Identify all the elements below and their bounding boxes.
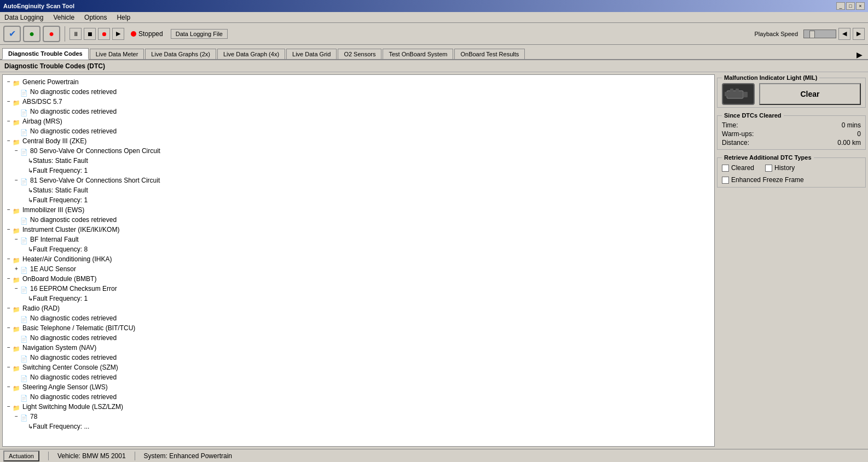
- tree-row[interactable]: − 📁 Switching Center Console (SZM): [5, 362, 712, 372]
- expand-icon[interactable]: −: [5, 382, 13, 392]
- expand-icon[interactable]: −: [5, 97, 13, 107]
- retrieve-history[interactable]: History: [765, 163, 795, 173]
- expand-icon[interactable]: −: [5, 343, 13, 353]
- expand-icon[interactable]: −: [5, 77, 13, 87]
- minimize-button[interactable]: _: [836, 2, 845, 10]
- tab-onboard-results[interactable]: OnBoard Test Results: [454, 49, 525, 59]
- retrieve-cleared[interactable]: Cleared: [722, 163, 754, 173]
- expand-icon[interactable]: −: [5, 254, 13, 264]
- tree-row[interactable]: − 📁 Airbag (MRS): [5, 116, 712, 126]
- expand-icon[interactable]: −: [13, 176, 20, 185]
- tab-live-grid[interactable]: Live Data Grid: [286, 49, 337, 59]
- tree-row[interactable]: 📄 No diagnostic codes retrieved: [13, 333, 712, 343]
- tabs-arrow[interactable]: ▶: [853, 50, 866, 59]
- tree-row[interactable]: ↳ Fault Frequency: 1: [20, 294, 712, 303]
- tree-row[interactable]: − 📁 Heater/Air Conditioning (IHKA): [5, 254, 712, 264]
- expand-icon[interactable]: −: [13, 284, 20, 294]
- menu-options[interactable]: Options: [82, 13, 109, 22]
- tree-row[interactable]: − 📁 ABS/DSC 5.7: [5, 97, 712, 107]
- tree-row[interactable]: − 📄 16 EEPROM Checksum Error: [13, 284, 712, 294]
- stop-ctrl-button[interactable]: ⏹: [84, 28, 96, 40]
- tree-row[interactable]: − 📁 Basic Telephone / Telematic (BIT/TCU…: [5, 323, 712, 333]
- time-label: Time:: [722, 121, 738, 129]
- since-time-row: Time: 0 mins: [722, 121, 861, 130]
- expand-icon[interactable]: −: [5, 225, 13, 235]
- menu-help[interactable]: Help: [114, 13, 132, 22]
- actuation-button[interactable]: Actuation: [3, 451, 39, 461]
- node-label: No diagnostic codes retrieved: [30, 372, 117, 382]
- tree-row[interactable]: − 📁 OnBoard Module (BMBT): [5, 274, 712, 284]
- expand-icon[interactable]: −: [5, 136, 13, 146]
- doc-icon: 📄: [20, 334, 29, 342]
- tree-row[interactable]: − 📄 78: [13, 412, 712, 422]
- title-controls[interactable]: _ □ ×: [836, 2, 865, 10]
- tree-row[interactable]: − 📁 Navigation System (NAV): [5, 343, 712, 353]
- tree-row[interactable]: − 📁 Immobilizer III (EWS): [5, 205, 712, 215]
- tab-test-onboard[interactable]: Test OnBoard System: [383, 49, 453, 59]
- tree-row[interactable]: + 📄 1E AUC Sensor: [13, 264, 712, 274]
- expand-icon[interactable]: −: [13, 146, 20, 156]
- tab-o2-sensors[interactable]: O2 Sensors: [338, 49, 381, 59]
- tree-row[interactable]: − 📄 BF Internal Fault: [13, 235, 712, 244]
- tree-row[interactable]: − 📁 Light Switching Module (LSZ/LZM): [5, 402, 712, 412]
- play-button[interactable]: ▶: [112, 28, 124, 40]
- node-label: Fault Frequency: 1: [33, 166, 88, 176]
- tree-row[interactable]: 📄 No diagnostic codes retrieved: [13, 392, 712, 402]
- cleared-label: Cleared: [731, 164, 754, 172]
- tab-live-meter[interactable]: Live Data Meter: [90, 49, 144, 59]
- cleared-checkbox[interactable]: [722, 165, 729, 172]
- tab-live-graphs-2x[interactable]: Live Data Graphs (2x): [145, 49, 216, 59]
- tree-row[interactable]: − 📄 80 Servo-Valve Or Connections Open C…: [13, 146, 712, 156]
- maximize-button[interactable]: □: [846, 2, 855, 10]
- pause-button[interactable]: ⏸: [70, 28, 82, 40]
- tree-row[interactable]: ↳ Status: Static Fault: [20, 156, 712, 166]
- tree-row[interactable]: 📄 No diagnostic codes retrieved: [13, 353, 712, 362]
- expand-icon[interactable]: −: [5, 323, 13, 333]
- expand-icon[interactable]: −: [5, 402, 13, 412]
- menu-data-logging[interactable]: Data Logging: [2, 13, 45, 22]
- tree-row[interactable]: − 📁 Steering Angle Sensor (LWS): [5, 382, 712, 392]
- expand-icon[interactable]: −: [5, 205, 13, 215]
- menu-vehicle[interactable]: Vehicle: [51, 13, 77, 22]
- tree-row[interactable]: 📄 No diagnostic codes retrieved: [13, 313, 712, 323]
- tree-row[interactable]: − 📁 Central Body III (ZKE): [5, 136, 712, 146]
- tree-row[interactable]: 📄 No diagnostic codes retrieved: [13, 107, 712, 116]
- freeze-frame-checkbox[interactable]: [722, 177, 729, 184]
- close-button[interactable]: ×: [856, 2, 865, 10]
- tree-row[interactable]: − 📄 81 Servo-Valve Or Connections Short …: [13, 176, 712, 185]
- toolbar-check-button[interactable]: ✔: [3, 26, 21, 42]
- tree-row[interactable]: ↳ Fault Frequency: 1: [20, 166, 712, 176]
- page-title: Diagnostic Trouble Codes (DTC): [0, 60, 868, 72]
- tree-row[interactable]: 📄 No diagnostic codes retrieved: [13, 215, 712, 225]
- toolbar-stop-button[interactable]: ●: [43, 26, 60, 42]
- playback-slider[interactable]: [803, 30, 836, 38]
- expand-icon[interactable]: +: [13, 264, 20, 274]
- record-button[interactable]: ⏺: [98, 28, 110, 40]
- tree-row[interactable]: 📄 No diagnostic codes retrieved: [13, 126, 712, 136]
- tree-row[interactable]: − 📁 Generic Powertrain: [5, 77, 712, 87]
- tree-row[interactable]: ↳ Status: Static Fault: [20, 185, 712, 195]
- history-checkbox[interactable]: [765, 165, 772, 172]
- tree-row[interactable]: ↳ Fault Frequency: ...: [20, 422, 712, 431]
- tree-row[interactable]: ↳ Fault Frequency: 8: [20, 244, 712, 254]
- slider-right[interactable]: ▶: [853, 28, 865, 40]
- slider-left[interactable]: ◀: [838, 28, 850, 40]
- toolbar-go-button[interactable]: ●: [23, 26, 40, 42]
- expand-icon[interactable]: −: [13, 235, 20, 244]
- tree-row[interactable]: ↳ Fault Frequency: 1: [20, 195, 712, 205]
- expand-icon[interactable]: −: [5, 116, 13, 126]
- dtc-tree-panel[interactable]: − 📁 Generic Powertrain 📄 No diagnostic c…: [2, 74, 715, 447]
- expand-icon[interactable]: −: [13, 412, 20, 422]
- clear-button[interactable]: Clear: [759, 83, 861, 105]
- tree-row[interactable]: 📄 No diagnostic codes retrieved: [13, 87, 712, 97]
- folder-icon: 📁: [13, 118, 21, 125]
- expand-icon[interactable]: −: [5, 274, 13, 284]
- retrieve-freeze-frame[interactable]: Enhanced Freeze Frame: [722, 175, 861, 185]
- tree-row[interactable]: − 📁 Instrument Cluster (IKE/IKI/KOM): [5, 225, 712, 235]
- tab-live-graph-4x[interactable]: Live Data Graph (4x): [217, 49, 285, 59]
- expand-icon[interactable]: −: [5, 362, 13, 372]
- tab-dtc[interactable]: Diagnostic Trouble Codes: [2, 48, 89, 60]
- tree-row[interactable]: 📄 No diagnostic codes retrieved: [13, 372, 712, 382]
- expand-icon[interactable]: −: [5, 303, 13, 313]
- tree-row[interactable]: − 📁 Radio (RAD): [5, 303, 712, 313]
